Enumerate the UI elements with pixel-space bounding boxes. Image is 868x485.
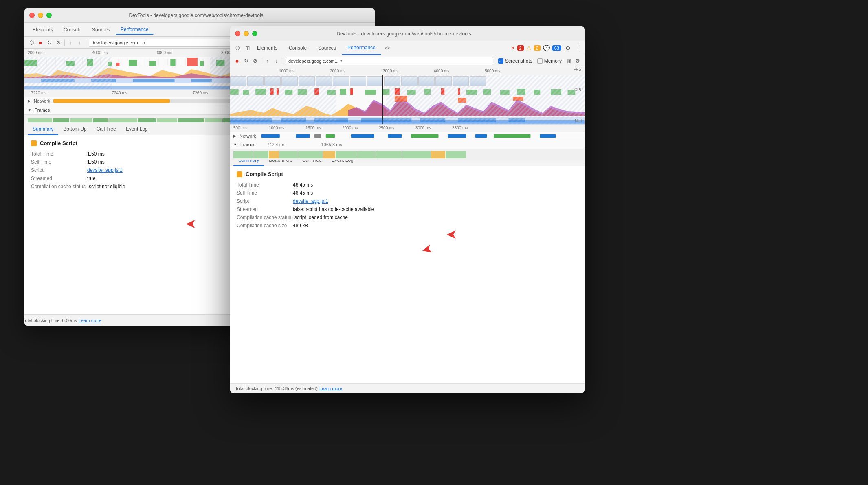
svg-rect-69 — [411, 134, 439, 138]
front-devtools-window: DevTools - developers.google.com/web/too… — [230, 26, 585, 393]
frame-5 — [108, 118, 137, 122]
front-record-button[interactable]: ● — [233, 57, 241, 65]
tab-bottomup-back[interactable]: Bottom-Up — [58, 124, 91, 135]
screenshots-toggle[interactable]: ✓ Screenshots — [498, 58, 532, 64]
front-cache-size-row: Compilation cache size 489 kB — [237, 223, 578, 228]
url-text-front: developers.google.com... — [288, 59, 338, 64]
ruler-mark-1: 4000 ms — [92, 50, 108, 55]
tab-eventlog-back[interactable]: Event Log — [121, 124, 153, 135]
front-streamed-label: Streamed — [237, 206, 290, 212]
svg-rect-72 — [494, 134, 530, 138]
ruler2-mark-2: 7260 ms — [193, 91, 208, 95]
back-learn-more[interactable]: Learn more — [79, 318, 101, 323]
tab-sources-front[interactable]: Sources — [312, 41, 342, 55]
front-refresh-icon[interactable]: ↻ — [242, 57, 250, 65]
front-cache-row: Compilation cache status script loaded f… — [237, 215, 578, 220]
front-total-time-label: Total Time — [237, 182, 290, 188]
front-ruler2-3500: 3500 ms — [452, 126, 468, 130]
url-text-back: developers.google.com... — [92, 40, 142, 45]
dropdown-icon[interactable]: ▾ — [143, 40, 146, 45]
tab-sources-back[interactable]: Sources — [87, 25, 115, 34]
front-ruler2-2500: 2500 ms — [379, 126, 394, 130]
front-trash-icon[interactable]: 🗑 — [565, 57, 572, 65]
front-streamed-value: false: script has code-cache available — [293, 206, 374, 212]
memory-checkbox[interactable] — [537, 58, 543, 64]
tab-summary-back[interactable]: Summary — [28, 124, 58, 135]
net-label-right: NET — [575, 119, 583, 123]
front-script-value[interactable]: devsite_app.js:1 — [293, 198, 328, 204]
more-icon[interactable]: ⋮ — [575, 44, 581, 52]
tab-performance-back[interactable]: Performance — [116, 25, 154, 35]
triangle-net: ▶ — [28, 99, 31, 103]
front-frames-label: Frames — [240, 142, 255, 147]
front-tabs: ⬡ ◫ Elements Console Sources Performance… — [230, 41, 585, 55]
warning-icon: ⚠ — [526, 45, 532, 51]
front-learn-more[interactable]: Learn more — [319, 386, 342, 391]
clear-icon[interactable]: ⊘ — [55, 39, 62, 46]
front-frame-1 — [233, 151, 254, 158]
back-total-time-value: 1.50 ms — [87, 151, 105, 157]
front-dropdown-icon[interactable]: ▾ — [340, 58, 343, 64]
frame-6 — [138, 118, 156, 122]
front-ruler2: 500 ms 1000 ms 1500 ms 2000 ms 2500 ms 3… — [230, 125, 585, 132]
front-frame-11 — [431, 151, 445, 158]
svg-rect-73 — [540, 134, 556, 138]
front-arrow-2: ➤ — [420, 240, 435, 258]
front-ruler-3000: 3000 ms — [383, 69, 398, 73]
front-script-row: Script devsite_app.js:1 — [237, 198, 578, 204]
svg-rect-65 — [314, 134, 321, 138]
front-settings-icon[interactable]: ⚙ — [574, 57, 581, 65]
front-frames-time1: 742.4 ms — [267, 142, 285, 147]
hatch-left — [24, 57, 112, 90]
front-frame-9 — [375, 151, 402, 158]
front-network-row: ▶ Network — [230, 132, 585, 140]
frame-4 — [93, 118, 108, 122]
front-badges: ✕ 2 ⚠ 2 💬 63 ⚙ ⋮ — [511, 44, 582, 52]
front-upload-icon[interactable]: ↑ — [264, 57, 271, 65]
cursor-icon[interactable]: ⬡ — [28, 39, 35, 46]
memory-label: Memory — [544, 58, 562, 64]
front-status-text: Total blocking time: 415.36ms (estimated… — [235, 386, 318, 391]
svg-rect-67 — [351, 134, 374, 138]
tab-console-front[interactable]: Console — [283, 41, 312, 55]
front-tracks: CPU NET — [230, 75, 585, 124]
tab-elements-back[interactable]: Elements — [28, 25, 58, 34]
front-blue-bar — [230, 120, 585, 124]
memory-toggle[interactable]: Memory — [537, 58, 562, 64]
screenshots-checkbox[interactable]: ✓ — [498, 58, 503, 64]
record-button[interactable]: ● — [37, 39, 44, 46]
front-ruler-1000: 1000 ms — [279, 69, 294, 73]
thumb-8 — [350, 76, 366, 86]
front-actionbar: ● ↻ ⊘ ↑ ↓ developers.google.com... ▾ ✓ S… — [230, 55, 585, 67]
front-frames-time2: 1065.8 ms — [321, 142, 342, 147]
settings-icon[interactable]: ⚙ — [565, 45, 571, 51]
front-frames-bar — [230, 149, 585, 160]
frame-8 — [178, 118, 204, 122]
fps-label: FPS — [574, 67, 581, 72]
tab-console-back[interactable]: Console — [59, 25, 86, 34]
front-clear-icon[interactable]: ⊘ — [251, 57, 259, 65]
ruler2-mark-1: 7240 ms — [112, 91, 127, 95]
back-script-value[interactable]: devsite_app.js:1 — [87, 167, 123, 173]
front-download-icon[interactable]: ↓ — [273, 57, 280, 65]
svg-rect-39 — [340, 89, 346, 95]
front-divider2 — [283, 58, 283, 64]
svg-rect-40 — [365, 90, 376, 95]
url-bar-front[interactable]: developers.google.com... ▾ — [286, 57, 493, 65]
tab-calltree-back[interactable]: Call Tree — [92, 124, 121, 135]
front-net-bars — [259, 134, 581, 138]
front-frames-row: ▼ Frames 742.4 ms 1065.8 ms — [230, 140, 585, 149]
refresh-icon[interactable]: ↻ — [46, 39, 53, 46]
upload-icon[interactable]: ↑ — [67, 39, 75, 46]
front-ruler2-500: 500 ms — [233, 126, 247, 130]
tab-elements-front[interactable]: Elements — [251, 41, 283, 55]
front-compile-icon — [237, 171, 242, 177]
more-tabs[interactable]: >> — [381, 45, 393, 51]
front-ruler2-3000: 3000 ms — [415, 126, 431, 130]
download-icon[interactable]: ↓ — [76, 39, 84, 46]
info-badge: 63 — [552, 45, 561, 51]
svg-rect-6 — [149, 61, 156, 66]
tab-performance-front[interactable]: Performance — [342, 41, 381, 55]
front-frame-8 — [358, 151, 375, 158]
front-cache-value: script loaded from cache — [294, 215, 348, 220]
